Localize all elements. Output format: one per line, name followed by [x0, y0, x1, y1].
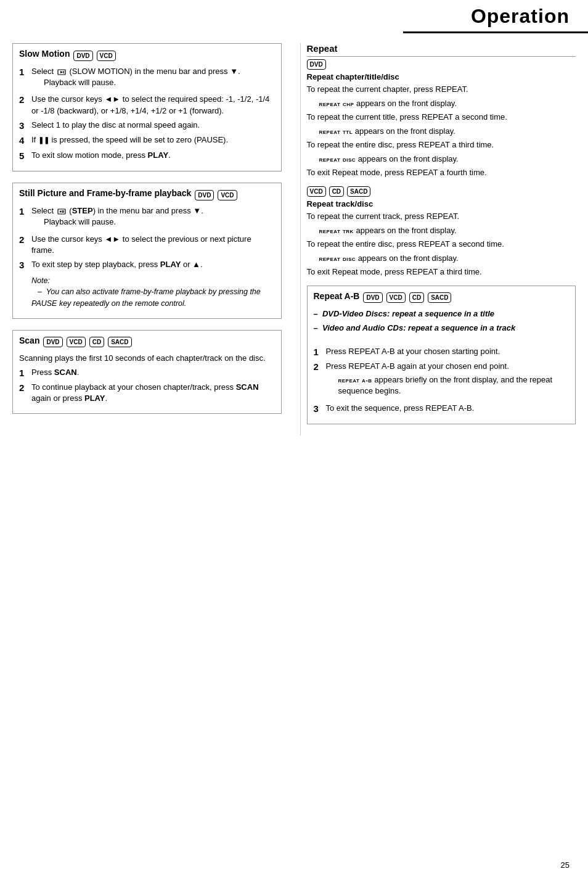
still-picture-title: Still Picture and Frame-by-frame playbac…	[19, 188, 191, 198]
ab-step-1: 1 Press REPEAT A-B at your chosen starti…	[314, 346, 570, 358]
dvd-badge-3: DVD	[43, 337, 62, 347]
dvd-repeat-subheading: Repeat chapter/title/disc	[307, 72, 576, 81]
dvd-badge: DVD	[73, 51, 92, 61]
right-column: Repeat DVD Repeat chapter/title/disc To …	[300, 43, 576, 435]
sacd-badge-ab: SACD	[428, 292, 451, 303]
scan-description: Scanning plays the first 10 seconds of e…	[19, 353, 275, 365]
scan-steps: 1 Press SCAN. 2 To continue playback at …	[19, 367, 275, 405]
slow-motion-section: Slow Motion DVD VCD 1 Select	[12, 43, 282, 171]
repeat-heading: Repeat	[307, 43, 576, 57]
cd-badge-ab: CD	[409, 292, 424, 303]
vcd-badge-3: VCD	[67, 337, 86, 347]
still-picture-steps: 1 Select (STEP) in the menu bar and pres…	[19, 205, 275, 271]
cd-badge-r: CD	[329, 186, 344, 197]
vcd-badge-ab: VCD	[386, 292, 406, 303]
step-4: 4 If ❚❚ is pressed, the speed will be se…	[19, 134, 275, 147]
pause-icon: ❚❚	[38, 136, 49, 145]
select-label: Select	[31, 67, 56, 76]
scan-title: Scan	[19, 336, 39, 345]
sacd-badge-r: SACD	[347, 186, 370, 197]
scan-step-2: 2 To continue playback at your chosen ch…	[19, 382, 275, 404]
repeat-ab-steps: 1 Press REPEAT A-B at your chosen starti…	[314, 346, 570, 415]
slow-motion-icon	[57, 68, 66, 76]
repeat-ab-section: Repeat A-B DVD VCD CD SACD – DVD-Video D…	[307, 286, 576, 424]
step-2: 2 Use the cursor keys ◄► to select the r…	[19, 94, 275, 116]
step-1: 1 Select (SLOW MOTION) in the menu bar a…	[19, 66, 275, 91]
vcd-repeat-subheading: Repeat track/disc	[307, 199, 576, 208]
scan-step-1: 1 Press SCAN.	[19, 367, 275, 379]
slow-motion-steps: 1 Select (SLOW MOTION) in the menu bar a…	[19, 66, 275, 162]
scan-section: Scan DVD VCD CD SACD Scanning plays the …	[12, 330, 282, 414]
vcd-badge: VCD	[97, 51, 116, 61]
left-column: Slow Motion DVD VCD 1 Select	[12, 43, 288, 435]
page-number: 25	[561, 860, 570, 870]
slow-motion-title: Slow Motion	[19, 49, 70, 59]
note-block: Note: – You can also activate frame-by-f…	[31, 275, 275, 310]
repeat-ab-title: Repeat A-B	[314, 291, 360, 301]
page-title: Operation	[471, 5, 570, 27]
ab-step-2: 2 Press REPEAT A-B again at your chosen …	[314, 361, 570, 400]
dvd-badge-2: DVD	[195, 190, 214, 200]
vcd-badge-2: VCD	[218, 190, 237, 200]
step-3: 3 Select 1 to play the disc at normal sp…	[19, 120, 275, 132]
step-icon	[57, 207, 66, 216]
sp-step-2: 2 Use the cursor keys ◄► to select the p…	[19, 234, 275, 256]
dvd-repeat-section: DVD Repeat chapter/title/disc To repeat …	[307, 59, 576, 179]
vcd-cd-sacd-repeat-section: VCD CD SACD Repeat track/disc To repeat …	[307, 186, 576, 278]
dvd-badge-ab: DVD	[363, 292, 382, 303]
page: Operation Slow Motion DVD VCD 1 Select	[0, 0, 588, 882]
svg-marker-1	[60, 71, 63, 73]
dvd-badge-r: DVD	[307, 59, 326, 70]
vcd-badge-r: VCD	[307, 186, 326, 197]
step-5: 5 To exit slow motion mode, press PLAY.	[19, 150, 275, 162]
sacd-badge: SACD	[108, 337, 131, 347]
sp-step-3: 3 To exit step by step playback, press P…	[19, 259, 275, 271]
cd-badge: CD	[89, 337, 104, 347]
header: Operation	[403, 0, 588, 33]
ab-step-3: 3 To exit the sequence, press REPEAT A-B…	[314, 403, 570, 415]
sp-step-1: 1 Select (STEP) in the menu bar and pres…	[19, 205, 275, 230]
svg-marker-4	[60, 210, 62, 213]
still-picture-section: Still Picture and Frame-by-frame playbac…	[12, 183, 282, 319]
